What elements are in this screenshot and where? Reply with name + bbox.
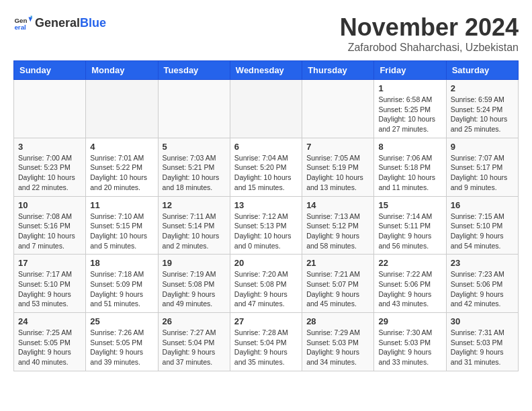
day-info: Sunrise: 7:07 AM Sunset: 5:17 PM Dayligh…	[451, 153, 514, 193]
calendar-cell: 27Sunrise: 7:28 AM Sunset: 5:04 PM Dayli…	[230, 313, 302, 371]
day-number: 22	[378, 258, 441, 268]
day-info: Sunrise: 7:10 AM Sunset: 5:15 PM Dayligh…	[90, 212, 153, 251]
day-info: Sunrise: 7:30 AM Sunset: 5:03 PM Dayligh…	[378, 328, 441, 367]
day-info: Sunrise: 7:05 AM Sunset: 5:19 PM Dayligh…	[306, 153, 369, 193]
day-number: 24	[18, 316, 81, 326]
day-number: 27	[234, 316, 298, 326]
day-number: 4	[90, 142, 153, 152]
day-info: Sunrise: 7:01 AM Sunset: 5:22 PM Dayligh…	[90, 153, 153, 193]
calendar-cell: 21Sunrise: 7:21 AM Sunset: 5:07 PM Dayli…	[302, 255, 374, 313]
day-info: Sunrise: 7:21 AM Sunset: 5:07 PM Dayligh…	[306, 269, 369, 309]
calendar-cell: 5Sunrise: 7:03 AM Sunset: 5:21 PM Daylig…	[158, 138, 230, 196]
calendar-cell: 18Sunrise: 7:18 AM Sunset: 5:09 PM Dayli…	[86, 255, 158, 313]
day-info: Sunrise: 7:23 AM Sunset: 5:06 PM Dayligh…	[451, 269, 514, 309]
day-number: 1	[378, 83, 441, 93]
day-info: Sunrise: 7:18 AM Sunset: 5:09 PM Dayligh…	[90, 269, 153, 309]
calendar-cell: 26Sunrise: 7:27 AM Sunset: 5:04 PM Dayli…	[158, 313, 230, 371]
weekday-header-row: SundayMondayTuesdayWednesdayThursdayFrid…	[14, 61, 519, 80]
calendar-cell: 6Sunrise: 7:04 AM Sunset: 5:20 PM Daylig…	[230, 138, 302, 196]
calendar-cell	[86, 80, 158, 138]
day-number: 6	[234, 142, 298, 152]
day-info: Sunrise: 7:31 AM Sunset: 5:03 PM Dayligh…	[451, 328, 514, 367]
weekday-header: Friday	[374, 61, 446, 80]
month-title: November 2024	[340, 13, 519, 42]
day-info: Sunrise: 7:12 AM Sunset: 5:13 PM Dayligh…	[234, 212, 298, 251]
day-info: Sunrise: 7:17 AM Sunset: 5:10 PM Dayligh…	[18, 269, 81, 309]
calendar-cell: 30Sunrise: 7:31 AM Sunset: 5:03 PM Dayli…	[446, 313, 518, 371]
calendar-cell: 8Sunrise: 7:06 AM Sunset: 5:18 PM Daylig…	[374, 138, 446, 196]
calendar-cell: 2Sunrise: 6:59 AM Sunset: 5:24 PM Daylig…	[446, 80, 518, 138]
calendar-cell: 29Sunrise: 7:30 AM Sunset: 5:03 PM Dayli…	[374, 313, 446, 371]
logo: Gen eral GeneralBlue	[13, 13, 106, 32]
day-number: 3	[18, 142, 81, 152]
day-number: 30	[451, 316, 514, 326]
calendar-week-row: 3Sunrise: 7:00 AM Sunset: 5:23 PM Daylig…	[14, 138, 519, 196]
calendar-cell	[14, 80, 86, 138]
day-info: Sunrise: 7:03 AM Sunset: 5:21 PM Dayligh…	[163, 153, 226, 193]
calendar-cell: 4Sunrise: 7:01 AM Sunset: 5:22 PM Daylig…	[86, 138, 158, 196]
day-number: 5	[163, 142, 226, 152]
calendar-cell: 28Sunrise: 7:29 AM Sunset: 5:03 PM Dayli…	[302, 313, 374, 371]
day-number: 13	[234, 200, 298, 210]
day-number: 25	[90, 316, 153, 326]
day-info: Sunrise: 7:13 AM Sunset: 5:12 PM Dayligh…	[306, 212, 369, 251]
day-info: Sunrise: 7:25 AM Sunset: 5:05 PM Dayligh…	[18, 328, 81, 367]
location-title: Zafarobod Shaharchasi, Uzbekistan	[340, 42, 519, 54]
day-number: 26	[163, 316, 226, 326]
calendar-cell: 17Sunrise: 7:17 AM Sunset: 5:10 PM Dayli…	[14, 255, 86, 313]
weekday-header: Monday	[86, 61, 158, 80]
day-number: 2	[451, 83, 514, 93]
day-info: Sunrise: 7:27 AM Sunset: 5:04 PM Dayligh…	[163, 328, 226, 367]
calendar-cell: 15Sunrise: 7:14 AM Sunset: 5:11 PM Dayli…	[374, 196, 446, 255]
day-info: Sunrise: 7:00 AM Sunset: 5:23 PM Dayligh…	[18, 153, 81, 193]
day-info: Sunrise: 7:22 AM Sunset: 5:06 PM Dayligh…	[378, 269, 441, 309]
calendar-cell	[302, 80, 374, 138]
day-number: 19	[163, 258, 226, 268]
weekday-header: Wednesday	[230, 61, 302, 80]
day-info: Sunrise: 7:29 AM Sunset: 5:03 PM Dayligh…	[306, 328, 369, 367]
calendar-cell: 12Sunrise: 7:11 AM Sunset: 5:14 PM Dayli…	[158, 196, 230, 255]
calendar-cell: 24Sunrise: 7:25 AM Sunset: 5:05 PM Dayli…	[14, 313, 86, 371]
calendar-cell	[158, 80, 230, 138]
calendar-week-row: 10Sunrise: 7:08 AM Sunset: 5:16 PM Dayli…	[14, 196, 519, 255]
calendar-cell: 10Sunrise: 7:08 AM Sunset: 5:16 PM Dayli…	[14, 196, 86, 255]
day-number: 28	[306, 316, 369, 326]
calendar-cell: 9Sunrise: 7:07 AM Sunset: 5:17 PM Daylig…	[446, 138, 518, 196]
weekday-header: Thursday	[302, 61, 374, 80]
calendar-cell: 1Sunrise: 6:58 AM Sunset: 5:25 PM Daylig…	[374, 80, 446, 138]
day-number: 12	[163, 200, 226, 210]
calendar-cell: 20Sunrise: 7:20 AM Sunset: 5:08 PM Dayli…	[230, 255, 302, 313]
calendar-cell: 16Sunrise: 7:15 AM Sunset: 5:10 PM Dayli…	[446, 196, 518, 255]
weekday-header: Tuesday	[158, 61, 230, 80]
weekday-header: Saturday	[446, 61, 518, 80]
calendar-table: SundayMondayTuesdayWednesdayThursdayFrid…	[13, 60, 519, 371]
day-number: 8	[378, 142, 441, 152]
calendar-week-row: 1Sunrise: 6:58 AM Sunset: 5:25 PM Daylig…	[14, 80, 519, 138]
day-number: 10	[18, 200, 81, 210]
weekday-header: Sunday	[14, 61, 86, 80]
day-info: Sunrise: 6:58 AM Sunset: 5:25 PM Dayligh…	[378, 95, 441, 134]
calendar-cell: 7Sunrise: 7:05 AM Sunset: 5:19 PM Daylig…	[302, 138, 374, 196]
calendar-cell: 22Sunrise: 7:22 AM Sunset: 5:06 PM Dayli…	[374, 255, 446, 313]
page-header: Gen eral GeneralBlue November 2024 Zafar…	[13, 13, 519, 54]
day-number: 15	[378, 200, 441, 210]
calendar-cell: 11Sunrise: 7:10 AM Sunset: 5:15 PM Dayli…	[86, 196, 158, 255]
day-number: 14	[306, 200, 369, 210]
day-number: 16	[451, 200, 514, 210]
calendar-cell: 23Sunrise: 7:23 AM Sunset: 5:06 PM Dayli…	[446, 255, 518, 313]
logo-blue: Blue	[80, 16, 106, 30]
day-number: 21	[306, 258, 369, 268]
day-info: Sunrise: 7:28 AM Sunset: 5:04 PM Dayligh…	[234, 328, 298, 367]
day-number: 11	[90, 200, 153, 210]
day-info: Sunrise: 7:06 AM Sunset: 5:18 PM Dayligh…	[378, 153, 441, 193]
day-number: 23	[451, 258, 514, 268]
calendar-week-row: 24Sunrise: 7:25 AM Sunset: 5:05 PM Dayli…	[14, 313, 519, 371]
logo-icon: Gen eral	[13, 13, 32, 32]
day-info: Sunrise: 7:19 AM Sunset: 5:08 PM Dayligh…	[163, 269, 226, 309]
day-number: 20	[234, 258, 298, 268]
calendar-cell: 25Sunrise: 7:26 AM Sunset: 5:05 PM Dayli…	[86, 313, 158, 371]
day-info: Sunrise: 7:20 AM Sunset: 5:08 PM Dayligh…	[234, 269, 298, 309]
day-info: Sunrise: 7:15 AM Sunset: 5:10 PM Dayligh…	[451, 212, 514, 251]
calendar-cell: 3Sunrise: 7:00 AM Sunset: 5:23 PM Daylig…	[14, 138, 86, 196]
calendar-cell: 13Sunrise: 7:12 AM Sunset: 5:13 PM Dayli…	[230, 196, 302, 255]
